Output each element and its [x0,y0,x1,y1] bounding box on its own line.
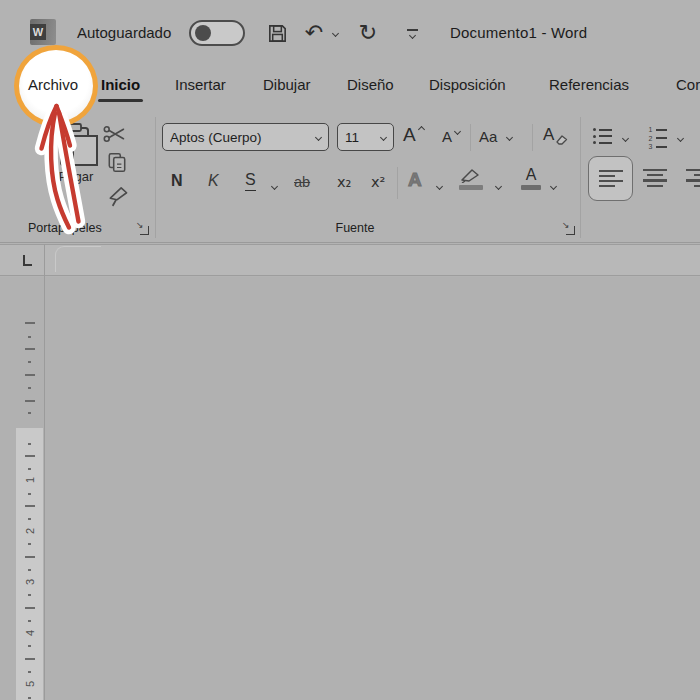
page-top-corner [55,246,101,272]
clear-formatting-button[interactable]: A [543,125,554,145]
bold-button[interactable]: N [171,172,183,190]
caret-down-icon [454,128,461,135]
strikethrough-button[interactable]: ab [294,174,310,190]
word-app-icon[interactable]: W [30,19,56,45]
font-name-value: Aptos (Cuerpo) [170,130,316,145]
save-icon [266,22,289,45]
subscript-button[interactable]: x₂ [337,174,351,190]
numbering-button[interactable]: 1 2 3 [648,127,667,149]
launcher-arrow-icon: ↘ [136,220,144,230]
clipboard-dialog-launcher[interactable]: ↘ [136,222,149,235]
grow-font-button[interactable]: A [403,124,416,146]
tab-correspondencia-cut[interactable]: Cor [676,60,700,108]
undo-icon: ↶ [305,20,323,46]
text-effects-button[interactable]: A [408,169,422,191]
highlight-dropdown-icon[interactable] [495,183,502,190]
italic-button[interactable]: K [208,172,219,190]
paste-clipboard-icon [58,122,100,170]
bullets-dropdown-icon[interactable] [622,135,629,142]
highlight-color-swatch [459,185,483,190]
vertical-ruler[interactable]: 1 2 3 4 5 [16,244,43,700]
ruler-number: 5 [23,671,37,698]
group-divider [580,117,581,238]
align-center-button[interactable] [643,169,667,187]
numbered-list-icon: 1 2 3 [648,127,667,149]
font-color-dropdown-icon[interactable] [550,183,557,190]
tab-inicio[interactable]: Inicio [101,60,140,108]
format-painter-icon [106,184,132,208]
undo-dropdown-icon[interactable] [332,30,339,37]
save-button[interactable] [264,20,290,46]
change-case-dropdown-icon [506,134,513,141]
undo-button[interactable]: ↶ [301,20,327,46]
numbering-dropdown-icon[interactable] [677,135,684,142]
text-effects-dropdown-icon[interactable] [436,183,443,190]
group-divider [155,117,156,238]
autosave-toggle[interactable] [189,20,245,46]
horizontal-ruler[interactable] [0,244,700,276]
active-tab-underline [98,99,143,102]
shrink-font-button[interactable]: A [442,128,452,146]
ruler-number: 4 [23,620,37,647]
bullets-button[interactable] [593,128,612,144]
tab-diseno[interactable]: Diseño [347,60,394,108]
highlight-color-button[interactable] [458,167,484,190]
align-right-icon [686,169,700,187]
font-name-dropdown-icon [315,133,322,140]
underline-button[interactable]: S [245,171,256,191]
cut-button[interactable] [103,125,127,143]
highlighter-icon [458,167,484,183]
paste-button-label[interactable]: Pegar [53,169,99,184]
ruler-number: 3 [23,569,37,596]
word-window: W Autoguardado ↶ ↻ Documento1 - Word Arc… [0,0,700,700]
document-title: Documento1 - Word [450,24,587,41]
tab-dibujar[interactable]: Dibujar [263,60,311,108]
eraser-icon [555,134,568,146]
align-right-button[interactable] [686,169,700,187]
caret-up-icon [418,126,425,133]
tab-insertar[interactable]: Insertar [175,60,226,108]
font-name-select[interactable]: Aptos (Cuerpo) [162,123,329,151]
superscript-button[interactable]: x² [371,174,385,190]
format-painter-button[interactable] [106,184,132,208]
tab-archivo[interactable]: Archivo [28,60,78,108]
font-size-dropdown-icon [380,133,387,140]
ribbon-bottom-border [0,242,700,243]
align-center-icon [643,169,667,187]
ruler-number: 1 [23,467,37,494]
scissors-icon [103,125,127,143]
font-color-button[interactable]: A [521,167,541,190]
toggle-knob [195,25,211,41]
font-size-select[interactable]: 11 [337,123,394,151]
word-logo-letter: W [30,24,46,40]
document-canvas[interactable] [0,277,700,700]
font-group-label: Fuente [255,221,455,235]
redo-button[interactable]: ↻ [355,20,381,46]
change-case-button[interactable]: Aa [479,128,497,146]
bullet-list-icon [593,128,612,144]
clipboard-group-label: Portapapeles [28,221,102,235]
underline-dropdown-icon[interactable] [271,183,278,190]
tab-referencias[interactable]: Referencias [549,60,629,108]
ruler-number: 2 [23,518,37,545]
autosave-label: Autoguardado [77,24,171,41]
align-left-icon [599,170,623,188]
tab-disposicion[interactable]: Disposición [429,60,506,108]
copy-icon [106,151,128,173]
ruler-separator-line [44,244,45,700]
font-color-swatch [521,185,541,190]
align-left-button-selected[interactable] [588,156,633,201]
paste-button[interactable] [58,122,100,174]
font-dialog-launcher[interactable]: ↘ [562,222,575,235]
copy-button[interactable] [106,151,128,173]
font-size-value: 11 [345,130,381,145]
customize-quick-access-icon[interactable] [399,20,425,46]
redo-icon: ↻ [359,20,377,46]
